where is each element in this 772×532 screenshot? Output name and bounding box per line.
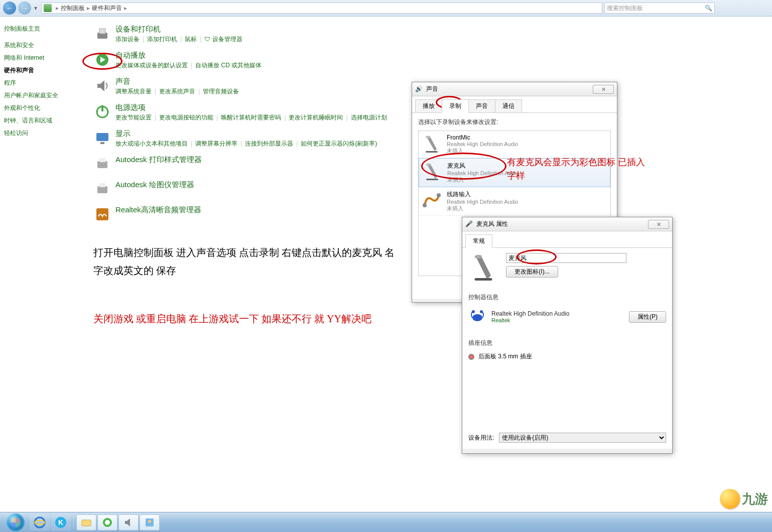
taskbar-360[interactable] bbox=[97, 514, 117, 530]
sidebar-item[interactable]: 轻松访问 bbox=[4, 129, 81, 138]
device-item[interactable]: 线路输入Realtek High Definition Audio未插入 bbox=[419, 187, 610, 216]
category-link[interactable]: 更改系统声音 bbox=[159, 88, 195, 95]
svg-point-22 bbox=[472, 310, 475, 313]
category-title[interactable]: Autodesk 绘图仪管理器 bbox=[115, 180, 194, 190]
sidebar-home[interactable]: 控制面板主页 bbox=[4, 25, 81, 33]
category-link[interactable]: 鼠标 bbox=[185, 36, 197, 43]
device-name-input[interactable] bbox=[506, 253, 626, 263]
prop-dialog-titlebar[interactable]: 🎤 麦克风 属性 ✕ bbox=[462, 217, 672, 231]
svg-point-13 bbox=[426, 136, 431, 139]
prop-dialog-title: 麦克风 属性 bbox=[476, 220, 508, 228]
category-link[interactable]: 添加设备 bbox=[115, 36, 140, 43]
svg-rect-1 bbox=[99, 29, 105, 34]
tab-general[interactable]: 常规 bbox=[465, 234, 492, 248]
category-link[interactable]: 更改计算机睡眠时间 bbox=[289, 114, 343, 121]
device-status: 未插入 bbox=[447, 147, 518, 155]
category-link[interactable]: 放大或缩小文本和其他项目 bbox=[115, 140, 188, 147]
taskbar[interactable]: K bbox=[0, 512, 772, 532]
category-link[interactable]: 连接到外部显示器 bbox=[245, 140, 293, 147]
sidebar-item[interactable]: 程序 bbox=[4, 79, 81, 87]
category-link[interactable]: 更改节能设置 bbox=[115, 114, 152, 121]
category-title[interactable]: 自动播放 bbox=[115, 51, 262, 60]
svg-rect-9 bbox=[99, 158, 105, 162]
device-driver: Realtek High Definition Audio bbox=[447, 141, 518, 147]
realtek-crab-icon bbox=[468, 308, 486, 326]
taskbar-explorer[interactable] bbox=[76, 514, 96, 530]
back-button[interactable]: ← bbox=[3, 2, 16, 15]
device-name: 线路输入 bbox=[447, 190, 518, 199]
category-title[interactable]: 声音 bbox=[115, 77, 239, 86]
category-link[interactable]: 更改电源按钮的功能 bbox=[159, 114, 213, 121]
close-button[interactable]: ✕ bbox=[593, 85, 614, 94]
svg-rect-10 bbox=[97, 186, 107, 193]
sound-tab[interactable]: 录制 bbox=[442, 99, 469, 113]
taskbar-app-icon[interactable]: K bbox=[51, 514, 71, 530]
svg-rect-7 bbox=[100, 142, 104, 144]
sidebar-item[interactable]: 网络和 Internet bbox=[4, 54, 81, 62]
sound-tab[interactable]: 通信 bbox=[495, 99, 522, 112]
mic-device-icon bbox=[422, 134, 442, 154]
category-link[interactable]: 自动播放 CD 或其他媒体 bbox=[195, 62, 262, 69]
watermark: 九游 bbox=[720, 489, 768, 509]
device-list-label: 选择以下录制设备来修改设置: bbox=[418, 118, 611, 126]
category-title[interactable]: Realtek高清晰音频管理器 bbox=[115, 205, 201, 215]
instruction-text-1: 打开电脑控制面板 进入声音选项 点击录制 右键点击默认的麦克风 名字改成英文的 … bbox=[93, 243, 395, 280]
svg-point-32 bbox=[148, 520, 151, 523]
search-input[interactable]: 搜索控制面板 🔍 bbox=[604, 3, 715, 14]
controller-properties-button[interactable]: 属性(P) bbox=[629, 311, 666, 323]
printer-icon bbox=[93, 25, 111, 43]
mic-icon: 🎤 bbox=[465, 220, 473, 228]
device-item[interactable]: FrontMicRealtek High Definition Audio未插入 bbox=[419, 131, 610, 158]
usage-select[interactable]: 使用此设备(启用) bbox=[499, 433, 666, 443]
breadcrumb-root[interactable]: 控制面板 bbox=[61, 4, 85, 13]
change-icon-button[interactable]: 更改图标(I)... bbox=[506, 266, 558, 278]
category-link[interactable]: 调整屏幕分辨率 bbox=[195, 140, 237, 147]
sidebar-item[interactable]: 时钟、语言和区域 bbox=[4, 116, 81, 125]
forward-button[interactable]: → bbox=[18, 2, 31, 15]
category-link[interactable]: 管理音频设备 bbox=[203, 88, 239, 95]
category-link[interactable]: 选择电源计划 bbox=[351, 114, 387, 121]
breadcrumb[interactable]: ▸ 控制面板 ▸ 硬件和声音 ▸ bbox=[41, 3, 602, 14]
category-link[interactable]: 添加打印机 bbox=[147, 36, 177, 43]
device-status: 未插入 bbox=[447, 205, 518, 212]
category-title[interactable]: 电源选项 bbox=[115, 103, 387, 112]
autodesk-plot-icon bbox=[93, 180, 111, 198]
svg-point-21 bbox=[472, 314, 482, 321]
sidebar-item[interactable]: 外观和个性化 bbox=[4, 104, 81, 112]
category-link[interactable]: 唤醒计算机时需要密码 bbox=[221, 114, 281, 121]
display-icon bbox=[93, 129, 111, 147]
controller-name: Realtek High Definition Audio bbox=[491, 310, 569, 317]
close-button[interactable]: ✕ bbox=[648, 220, 669, 229]
svg-rect-8 bbox=[97, 161, 107, 168]
sound-dialog-titlebar[interactable]: 🔊 声音 ✕ bbox=[412, 82, 617, 96]
history-dropdown[interactable]: ▾ bbox=[34, 5, 37, 12]
taskbar-ie-icon[interactable] bbox=[30, 514, 50, 530]
sound-tab[interactable]: 播放 bbox=[415, 99, 442, 112]
start-button[interactable] bbox=[2, 513, 29, 531]
category-link[interactable]: 🛡 设备管理器 bbox=[204, 36, 242, 43]
svg-rect-11 bbox=[99, 183, 105, 187]
device-large-icon bbox=[468, 253, 498, 283]
search-placeholder: 搜索控制面板 bbox=[607, 4, 643, 13]
line-in-icon bbox=[422, 190, 442, 210]
controller-vendor-link[interactable]: Realtek bbox=[491, 317, 569, 323]
category-title[interactable]: 设备和打印机 bbox=[115, 25, 242, 34]
sound-tab[interactable]: 声音 bbox=[468, 99, 495, 112]
category-link[interactable]: 更改媒体或设备的默认设置 bbox=[115, 62, 188, 69]
svg-point-19 bbox=[475, 255, 482, 259]
svg-point-23 bbox=[480, 310, 483, 313]
category-link[interactable]: 调整系统音量 bbox=[115, 88, 152, 95]
breadcrumb-current[interactable]: 硬件和声音 bbox=[92, 4, 122, 13]
category-link[interactable]: 如何更正显示器闪烁(刷新率) bbox=[301, 140, 377, 147]
taskbar-sound-dialog[interactable] bbox=[118, 514, 139, 530]
taskbar-app[interactable] bbox=[140, 514, 160, 530]
sidebar-item[interactable]: 用户帐户和家庭安全 bbox=[4, 91, 81, 100]
control-panel-icon bbox=[44, 4, 52, 12]
sidebar-item[interactable]: 硬件和声音 bbox=[4, 66, 81, 75]
svg-point-18 bbox=[437, 193, 441, 197]
category-title[interactable]: 显示 bbox=[115, 129, 377, 139]
sidebar-item[interactable]: 系统和安全 bbox=[4, 41, 81, 50]
instruction-text-2: 关闭游戏 或重启电脑 在上游戏试一下 如果还不行 就 YY解决吧 bbox=[93, 310, 395, 328]
category-title[interactable]: Autodesk 打印样式管理器 bbox=[115, 155, 202, 165]
autodesk-print-icon bbox=[93, 155, 111, 173]
